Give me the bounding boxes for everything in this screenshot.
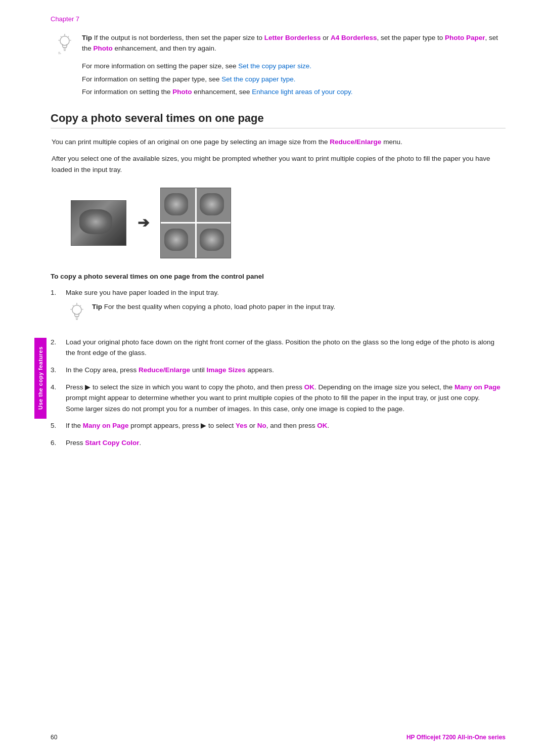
step-1-tip-text: Tip For the best quality when copying a … xyxy=(92,302,335,313)
steps-heading: To copy a photo several times on one pag… xyxy=(51,273,506,280)
chapter-label: Chapter 7 xyxy=(51,15,506,23)
step-4-number: 4. xyxy=(51,382,66,415)
svg-line-19 xyxy=(73,305,74,306)
svg-point-0 xyxy=(60,36,69,46)
step-1-text: Make sure you have paper loaded in the i… xyxy=(66,287,506,331)
svg-point-12 xyxy=(72,305,81,315)
photo-grid-cell-4 xyxy=(197,224,231,258)
photo-enhancement-label: Photo xyxy=(172,88,192,96)
ok-label-step4: OK xyxy=(304,383,314,391)
reduce-enlarge-label: Reduce/Enlarge xyxy=(330,138,381,146)
page-footer: 60 HP Officejet 7200 All-in-One series xyxy=(0,734,546,741)
tip-text-mid1: or xyxy=(321,34,331,41)
link-copy-paper-size[interactable]: Set the copy paper size. xyxy=(238,62,311,70)
tip-text-before: If the output is not borderless, then se… xyxy=(94,34,264,41)
step-6-number: 6. xyxy=(51,437,66,449)
image-sizes-label: Image Sizes xyxy=(206,366,245,374)
step-1: 1. Make sure you have paper loaded in th… xyxy=(51,287,506,331)
arrow-right-icon: ➔ xyxy=(138,214,149,231)
tip-icon-step1 xyxy=(68,303,87,327)
info-line-1: For more information on setting the pape… xyxy=(82,61,506,72)
section-para1: You can print multiple copies of an orig… xyxy=(51,137,506,148)
info-lines: For more information on setting the pape… xyxy=(82,61,506,98)
photo-grid xyxy=(160,188,231,258)
photo-grid-cell-1 xyxy=(161,188,195,223)
yes-label: Yes xyxy=(236,422,247,429)
photo-paper: Photo Paper xyxy=(445,34,485,41)
info-line-2: For information on setting the paper typ… xyxy=(82,74,506,85)
footer-page-number: 60 xyxy=(51,734,57,741)
photo-single xyxy=(71,200,126,246)
step-1-tip: Tip For the best quality when copying a … xyxy=(66,302,506,327)
step-6: 6. Press Start Copy Color. xyxy=(51,437,506,449)
link-enhance-light[interactable]: Enhance light areas of your copy. xyxy=(252,88,352,96)
step-2-number: 2. xyxy=(51,337,66,359)
tip-text-1: Tip If the output is not borderless, the… xyxy=(82,33,506,54)
step-1-number: 1. xyxy=(51,287,66,331)
svg-line-17 xyxy=(80,305,81,306)
tip-text-end: enhancement, and then try again. xyxy=(113,45,216,52)
step-5: 5. If the Many on Page prompt appears, p… xyxy=(51,420,506,431)
tip-icon-1 xyxy=(56,34,77,56)
many-on-page-label: Many on Page xyxy=(454,383,500,391)
step-5-text: If the Many on Page prompt appears, pres… xyxy=(66,420,506,431)
side-tab: Use the copy features xyxy=(34,338,47,419)
svg-line-5 xyxy=(68,36,69,37)
step-list: 1. Make sure you have paper loaded in th… xyxy=(51,287,506,449)
link-copy-paper-type[interactable]: Set the copy paper type. xyxy=(221,75,295,83)
photo-label: Photo xyxy=(94,45,113,52)
step-2: 2. Load your original photo face down on… xyxy=(51,337,506,359)
ok-label-step5: OK xyxy=(317,422,327,429)
section-heading: Copy a photo several times on one page xyxy=(51,112,506,128)
step-4: 4. Press ▶ to select the size in which y… xyxy=(51,382,506,415)
step-2-text: Load your original photo face down on th… xyxy=(66,337,506,359)
reduce-enlarge-step3: Reduce/Enlarge xyxy=(139,366,190,374)
svg-line-7 xyxy=(61,36,62,37)
tip-block-1: Tip If the output is not borderless, the… xyxy=(51,33,506,56)
photo-grid-cell-2 xyxy=(197,188,231,223)
svg-point-21 xyxy=(76,303,77,304)
start-copy-color-label: Start Copy Color xyxy=(85,439,139,447)
info-line-3: For information on setting the Photo enh… xyxy=(82,86,506,98)
no-label: No xyxy=(257,422,266,429)
many-on-page-step5: Many on Page xyxy=(83,422,129,429)
tip-label-1: Tip xyxy=(82,34,92,41)
step-5-number: 5. xyxy=(51,420,66,431)
photo-grid-cell-3 xyxy=(161,224,195,258)
photo-illustration: ➔ xyxy=(51,188,506,258)
step-4-text: Press ▶ to select the size in which you … xyxy=(66,382,506,415)
a4-borderless: A4 Borderless xyxy=(331,34,377,41)
letter-borderless: Letter Borderless xyxy=(264,34,321,41)
step-3-number: 3. xyxy=(51,365,66,376)
step-6-text: Press Start Copy Color. xyxy=(66,437,506,449)
step-3-text: In the Copy area, press Reduce/Enlarge u… xyxy=(66,365,506,376)
svg-point-9 xyxy=(64,34,65,35)
step-3: 3. In the Copy area, press Reduce/Enlarg… xyxy=(51,365,506,376)
tip-text-mid2: , set the paper type to xyxy=(377,34,445,41)
section-para2: After you select one of the available si… xyxy=(51,153,506,175)
footer-product-name: HP Officejet 7200 All-in-One series xyxy=(406,734,506,741)
